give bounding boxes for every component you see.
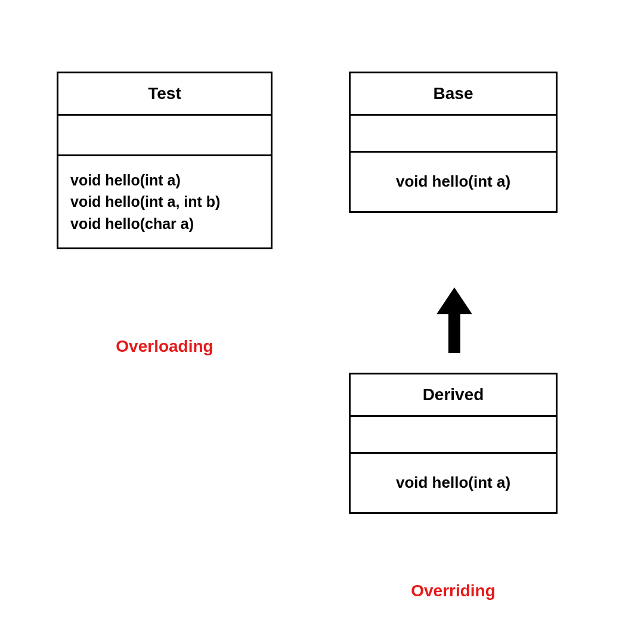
overloading-caption: Overloading [57,337,273,356]
method-line: void hello(int a) [363,171,544,193]
class-box-derived: Derived void hello(int a) [349,373,558,514]
overriding-caption: Overriding [349,581,558,600]
arrow-shaft-icon [448,314,460,353]
class-attributes-derived [351,417,556,454]
method-line: void hello(char a) [70,213,259,234]
method-line: void hello(int a) [363,472,544,494]
class-attributes-test [58,116,271,156]
class-attributes-base [351,116,556,153]
class-name-derived: Derived [351,374,556,417]
class-name-test: Test [58,73,271,116]
class-box-test: Test void hello(int a) void hello(int a,… [57,72,273,249]
method-line: void hello(int a, int b) [70,191,259,212]
arrow-head-icon [436,287,472,314]
class-methods-base: void hello(int a) [351,153,556,211]
inheritance-arrow-icon [436,287,472,353]
class-methods-derived: void hello(int a) [351,454,556,512]
class-methods-test: void hello(int a) void hello(int a, int … [58,156,271,247]
method-line: void hello(int a) [70,169,259,191]
class-box-base: Base void hello(int a) [349,72,558,213]
class-name-base: Base [351,73,556,116]
